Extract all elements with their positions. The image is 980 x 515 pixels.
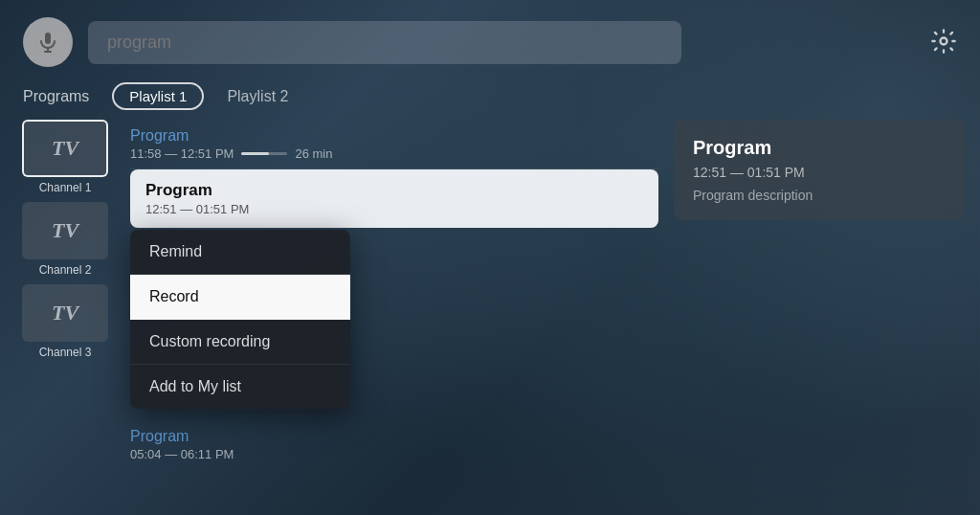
gear-icon	[930, 28, 957, 55]
detail-description: Program description	[693, 188, 946, 203]
channel-thumb-1: TV	[22, 120, 108, 177]
program-list: Program 11:58 — 12:51 PM 26 min Program …	[122, 120, 666, 469]
progress-bar-1	[241, 152, 287, 155]
tv-icon-3: TV	[52, 301, 78, 325]
menu-item-add-to-list[interactable]: Add to My list	[130, 365, 350, 409]
popup-program-time: 12:51 — 01:51 PM	[145, 202, 643, 216]
selected-program-card[interactable]: Program 12:51 — 01:51 PM	[130, 169, 658, 228]
detail-time: 12:51 — 01:51 PM	[693, 165, 946, 180]
progress-fill-1	[241, 152, 269, 155]
program-title-1: Program	[130, 127, 658, 145]
mic-icon	[36, 31, 59, 54]
menu-item-remind[interactable]: Remind	[130, 230, 350, 275]
program-row-1[interactable]: Program 11:58 — 12:51 PM 26 min	[130, 120, 658, 169]
tv-icon-2: TV	[52, 218, 78, 243]
channel-item-1[interactable]: TV Channel 1	[15, 120, 115, 194]
tab-playlist1[interactable]: Playlist 1	[112, 82, 204, 110]
channel-thumb-3: TV	[22, 284, 108, 342]
header	[0, 0, 980, 77]
channel-name-2: Channel 2	[39, 263, 92, 277]
main-content: TV Channel 1 TV Channel 2 TV Channel 3 P…	[0, 120, 980, 469]
channel-item-2[interactable]: TV Channel 2	[15, 202, 115, 277]
channel-thumb-2: TV	[22, 202, 108, 259]
detail-card: Program 12:51 — 01:51 PM Program descrip…	[674, 120, 965, 220]
svg-point-3	[941, 37, 947, 44]
menu-item-custom-recording[interactable]: Custom recording	[130, 320, 350, 365]
program-time-1: 11:58 — 12:51 PM	[130, 146, 234, 161]
channel-list: TV Channel 1 TV Channel 2 TV Channel 3	[8, 120, 122, 469]
context-menu: Remind Record Custom recording Add to My…	[130, 230, 350, 409]
program-time-3: 05:04 — 06:11 PM	[130, 447, 234, 461]
program-duration-1: 26 min	[295, 146, 332, 161]
detail-panel: Program 12:51 — 01:51 PM Program descrip…	[666, 120, 972, 469]
tv-icon-1: TV	[52, 136, 78, 161]
channel-name-1: Channel 1	[39, 181, 92, 194]
tabs-bar: Programs Playlist 1 Playlist 2	[0, 77, 980, 120]
tab-programs[interactable]: Programs	[23, 88, 89, 105]
menu-item-record[interactable]: Record	[130, 275, 350, 320]
program-popup-row: Program 12:51 — 01:51 PM Remind Record C…	[130, 169, 658, 409]
program-row-3[interactable]: Program 05:04 — 06:11 PM	[130, 420, 658, 469]
svg-rect-0	[45, 33, 51, 44]
popup-program-title: Program	[145, 181, 643, 200]
settings-button[interactable]	[930, 28, 957, 57]
program-meta-3: 05:04 — 06:11 PM	[130, 447, 658, 461]
program-meta-1: 11:58 — 12:51 PM 26 min	[130, 146, 658, 161]
detail-title: Program	[693, 137, 946, 159]
channel-name-3: Channel 3	[39, 346, 92, 359]
program-title-3: Program	[130, 428, 658, 445]
microphone-button[interactable]	[23, 17, 73, 67]
channel-item-3[interactable]: TV Channel 3	[15, 284, 115, 359]
tab-playlist2[interactable]: Playlist 2	[227, 88, 288, 105]
search-input[interactable]	[88, 21, 681, 64]
